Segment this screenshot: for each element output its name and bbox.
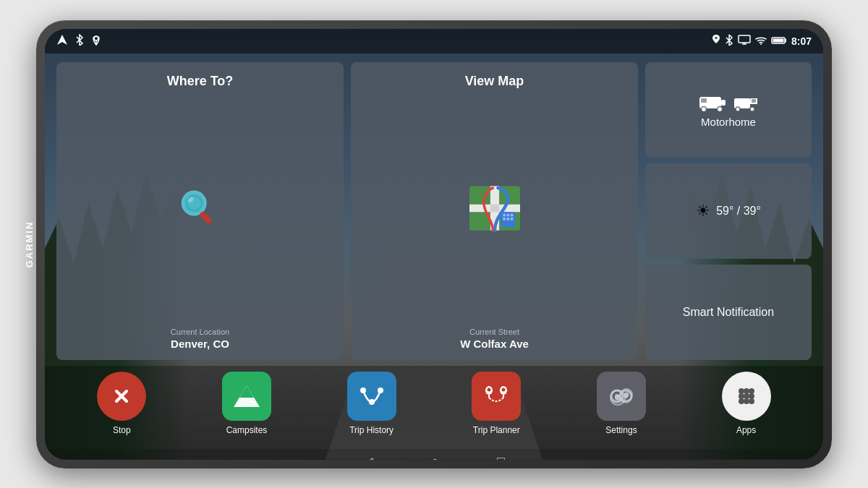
svg-point-34 <box>750 107 754 111</box>
main-left-tiles: Where To? <box>56 62 638 360</box>
magnifying-glass-icon <box>175 183 226 234</box>
svg-rect-8 <box>773 38 783 42</box>
svg-rect-24 <box>510 218 513 221</box>
svg-point-28 <box>718 107 723 112</box>
svg-rect-19 <box>503 213 506 216</box>
weather-temperature: 59° / 39° <box>716 205 761 218</box>
svg-point-63 <box>744 393 749 399</box>
svg-point-6 <box>760 43 762 45</box>
motorhome-icons <box>698 91 759 113</box>
svg-marker-0 <box>57 35 67 45</box>
weather-content: ☀ 59° / 39° <box>696 202 761 221</box>
view-map-footer: Current Street W Colfax Ave <box>460 328 529 350</box>
weather-tile[interactable]: ☀ 59° / 39° <box>645 163 812 259</box>
status-right-icons: 8:07 <box>712 34 812 48</box>
svg-rect-20 <box>506 213 509 216</box>
trip-history-label: Trip History <box>349 425 393 435</box>
svg-rect-12 <box>198 210 212 224</box>
settings-label: Settings <box>605 425 637 435</box>
home-button[interactable]: ○ <box>431 454 439 460</box>
where-to-footer: Current Location Denver, CO <box>171 328 229 350</box>
trip-planner-label: Trip Planner <box>473 425 520 435</box>
gps-icon <box>712 35 720 47</box>
apps-app-item[interactable]: Apps <box>718 372 775 435</box>
app-bar: Stop Campsites <box>45 366 823 449</box>
svg-point-46 <box>488 388 491 391</box>
svg-rect-29 <box>701 98 707 103</box>
settings-app-item[interactable]: Settings <box>592 372 650 435</box>
svg-point-60 <box>744 388 749 394</box>
campsites-label: Campsites <box>226 425 268 435</box>
motorhome-tile[interactable]: Motorhome <box>645 62 812 158</box>
trip-history-map-icon <box>356 382 388 411</box>
status-left-icons <box>56 34 101 48</box>
svg-rect-26 <box>721 100 726 106</box>
svg-point-65 <box>739 398 744 404</box>
location-icon <box>91 34 101 48</box>
trip-history-icon <box>347 372 396 421</box>
apps-grid-icon <box>722 372 771 421</box>
garmin-logo: GARMIN <box>24 221 35 267</box>
nav-bar: ◁ ○ □ <box>45 449 823 460</box>
svg-rect-23 <box>506 218 509 221</box>
svg-rect-21 <box>510 213 513 216</box>
status-time: 8:07 <box>791 35 812 47</box>
svg-point-27 <box>702 107 707 112</box>
where-to-sublabel: Current Location <box>171 328 229 336</box>
motorhome-content: Motorhome <box>698 91 759 128</box>
svg-point-58 <box>624 392 629 397</box>
where-to-location: Denver, CO <box>171 338 229 350</box>
truck-icon <box>733 91 759 113</box>
stop-x-icon <box>109 383 135 409</box>
svg-rect-32 <box>752 99 756 103</box>
svg-rect-3 <box>739 35 750 43</box>
svg-point-67 <box>749 398 754 404</box>
display-icon <box>738 35 751 47</box>
stop-app-item[interactable]: Stop <box>93 372 150 435</box>
main-content: Where To? <box>45 53 823 366</box>
campsites-icon <box>222 372 271 421</box>
svg-point-56 <box>615 395 621 401</box>
map-icon <box>466 183 524 234</box>
trip-history-app-item[interactable]: Trip History <box>343 372 401 435</box>
motorhome-label: Motorhome <box>701 116 756 128</box>
svg-point-64 <box>749 393 754 399</box>
svg-point-33 <box>736 107 740 111</box>
stop-icon <box>97 372 146 421</box>
sun-icon: ☀ <box>696 202 710 221</box>
bluetooth-icon <box>725 34 733 48</box>
where-to-title: Where To? <box>167 74 234 89</box>
tent-icon <box>232 382 261 411</box>
nav-direction-icon <box>56 34 68 48</box>
campsites-app-item[interactable]: Campsites <box>218 372 276 435</box>
wifi-icon <box>755 35 767 47</box>
trip-planner-map-icon <box>480 382 512 411</box>
main-right-tiles: Motorhome ☀ 59° / 39° Smart Notification <box>645 62 812 360</box>
svg-rect-22 <box>503 218 506 221</box>
view-map-title: View Map <box>465 74 524 89</box>
device-frame: GARMIN <box>36 20 832 468</box>
back-button[interactable]: ◁ <box>363 454 373 460</box>
svg-point-62 <box>739 393 744 399</box>
view-map-sublabel: Current Street <box>460 328 529 336</box>
smart-notification-tile[interactable]: Smart Notification <box>645 265 812 360</box>
apps-label: Apps <box>736 425 756 435</box>
trip-planner-app-item[interactable]: Trip Planner <box>467 372 525 435</box>
svg-rect-40 <box>357 383 386 409</box>
where-to-tile[interactable]: Where To? <box>56 62 344 360</box>
view-map-tile[interactable]: View Map <box>351 62 638 360</box>
trip-planner-icon <box>472 372 521 421</box>
device-screen: 8:07 Where To? <box>45 29 823 460</box>
svg-point-66 <box>744 398 749 404</box>
svg-rect-17 <box>490 204 498 212</box>
svg-marker-39 <box>239 385 254 398</box>
svg-point-49 <box>502 388 506 391</box>
status-bar: 8:07 <box>45 29 823 53</box>
smart-notification-label: Smart Notification <box>683 306 774 319</box>
bluetooth-phone-icon <box>74 34 85 48</box>
rv-icon <box>698 91 727 113</box>
svg-point-2 <box>715 37 718 40</box>
battery-icon <box>771 35 787 47</box>
recent-button[interactable]: □ <box>497 454 505 460</box>
view-map-location: W Colfax Ave <box>460 338 529 350</box>
